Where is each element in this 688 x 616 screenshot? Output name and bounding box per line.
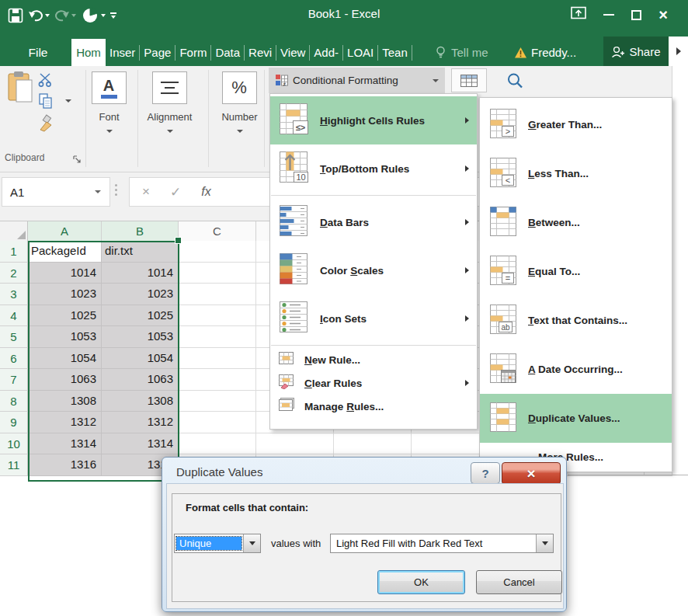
menu-item-icon-sets[interactable]: Icon Sets: [270, 294, 477, 343]
menu-item-manage-rules[interactable]: ManageRules...: [270, 395, 477, 418]
copy-dropdown-icon[interactable]: [65, 99, 71, 103]
cell[interactable]: 1053: [28, 326, 102, 348]
cell[interactable]: 1314: [28, 433, 102, 455]
cell[interactable]: 1054: [28, 348, 102, 370]
name-box-dropdown-icon[interactable]: [95, 190, 101, 193]
cell[interactable]: 1014: [102, 263, 179, 284]
menu-item-data-bars[interactable]: Data Bars: [270, 198, 477, 246]
submenu-item-less-than[interactable]: < Less Than...: [480, 149, 672, 198]
column-header[interactable]: A: [28, 221, 102, 241]
cell[interactable]: [256, 433, 334, 455]
cut-button[interactable]: [37, 72, 54, 91]
cell[interactable]: [179, 284, 256, 305]
row-header[interactable]: 9: [0, 412, 28, 433]
format-style-dropdown-button[interactable]: [536, 534, 553, 552]
cell[interactable]: [179, 412, 256, 433]
fill-handle[interactable]: [175, 237, 182, 244]
column-header[interactable]: B: [102, 221, 179, 241]
alignment-group-button[interactable]: [152, 71, 187, 104]
cell[interactable]: 1314: [102, 433, 179, 455]
cell[interactable]: [179, 369, 256, 391]
row-header[interactable]: 7: [0, 369, 28, 391]
rule-type-dropdown-button[interactable]: [243, 534, 260, 552]
tab-review[interactable]: Revi: [245, 46, 276, 59]
dialog-help-button[interactable]: ?: [471, 462, 500, 484]
font-dropdown-icon[interactable]: [106, 130, 113, 133]
row-header[interactable]: 2: [0, 263, 28, 284]
ok-button[interactable]: OK: [377, 570, 465, 594]
cancel-entry-icon[interactable]: ×: [142, 184, 150, 200]
close-button[interactable]: ×: [658, 7, 668, 23]
cell[interactable]: 1014: [28, 263, 102, 284]
name-box[interactable]: A1: [2, 177, 110, 207]
cell[interactable]: 1063: [28, 369, 102, 391]
submenu-item-equal-to[interactable]: = Equal To...: [480, 247, 672, 296]
find-button[interactable]: [495, 68, 535, 92]
cell[interactable]: [412, 433, 489, 455]
cell[interactable]: [179, 348, 256, 370]
alignment-dropdown-icon[interactable]: [167, 130, 173, 133]
dialog-close-button[interactable]: ×: [502, 462, 561, 485]
tab-home-active[interactable]: Hom: [71, 39, 106, 66]
submenu-item-duplicate-values[interactable]: Duplicate Values...: [480, 394, 672, 443]
tab-formulas[interactable]: Form: [175, 46, 210, 59]
menu-item-top-bottom-rules[interactable]: 10 Top/Bottom Rules: [270, 144, 477, 193]
tell-me-box[interactable]: Tell me: [435, 39, 488, 66]
row-header[interactable]: 4: [0, 305, 28, 327]
cell[interactable]: 1023: [28, 284, 102, 305]
copy-button[interactable]: [37, 92, 54, 113]
menu-item-new-rule[interactable]: New Rule...: [270, 348, 477, 371]
row-header[interactable]: 11: [0, 454, 28, 476]
cell[interactable]: 1308: [28, 391, 102, 412]
submenu-item-between[interactable]: Between...: [480, 198, 672, 247]
cell[interactable]: [179, 263, 256, 284]
select-all-corner[interactable]: [0, 221, 28, 241]
cell[interactable]: [179, 391, 256, 412]
cell[interactable]: 1308: [102, 391, 179, 412]
paste-button[interactable]: [6, 71, 34, 106]
cell[interactable]: [334, 433, 412, 455]
cell[interactable]: 1053: [102, 326, 179, 348]
submenu-item-a-date-occurring[interactable]: A Date Occurring...: [480, 345, 672, 394]
share-button[interactable]: Share: [603, 37, 669, 66]
ribbon-display-options-button[interactable]: [571, 6, 586, 23]
maximize-button[interactable]: [631, 10, 641, 20]
menu-item-clear-rules[interactable]: Clear Rules: [270, 371, 477, 395]
cell[interactable]: 1023: [102, 284, 179, 305]
tab-view[interactable]: View: [276, 46, 309, 59]
cell[interactable]: 1312: [102, 412, 179, 433]
tab-load[interactable]: LOAI: [343, 46, 377, 59]
format-style-combobox[interactable]: Light Red Fill with Dark Red Text: [330, 534, 554, 553]
cancel-button[interactable]: Cancel: [476, 570, 562, 594]
row-header[interactable]: 8: [0, 391, 28, 412]
row-header[interactable]: 10: [0, 433, 28, 455]
enter-entry-icon[interactable]: ✓: [170, 184, 181, 200]
cell[interactable]: [179, 305, 256, 327]
clipboard-dialog-launcher-icon[interactable]: [73, 153, 82, 167]
number-group-button[interactable]: %: [222, 71, 257, 104]
cell[interactable]: PackageId: [28, 241, 102, 263]
row-header[interactable]: 6: [0, 348, 28, 370]
menu-item-color-scales[interactable]: ColorScales: [270, 246, 477, 294]
submenu-item-greater-than[interactable]: > Greater Than...: [480, 100, 672, 149]
format-painter-button[interactable]: [37, 114, 56, 136]
cell[interactable]: 1316: [28, 454, 102, 476]
tab-addins[interactable]: Add-: [310, 46, 342, 59]
conditional-formatting-button[interactable]: ≠ Conditional Formatting: [269, 68, 445, 93]
tab-team[interactable]: Tean: [378, 46, 412, 59]
row-header[interactable]: 5: [0, 326, 28, 348]
cell[interactable]: 1025: [28, 305, 102, 327]
row-header[interactable]: 1: [0, 241, 28, 263]
tab-data[interactable]: Data: [211, 46, 244, 59]
row-header[interactable]: 3: [0, 284, 28, 305]
menu-item-highlight-cells-rules[interactable]: ≤> Highlight Cells Rules: [270, 96, 477, 144]
minimize-button[interactable]: [603, 14, 614, 16]
cell[interactable]: [179, 433, 256, 455]
tab-insert[interactable]: Inser: [106, 46, 139, 59]
format-as-table-button[interactable]: [451, 68, 487, 92]
cell[interactable]: 1312: [28, 412, 102, 433]
cell[interactable]: [179, 241, 256, 263]
font-group-button[interactable]: A: [92, 71, 127, 104]
tab-file[interactable]: File: [11, 39, 65, 66]
submenu-item-text-that-contains[interactable]: ab Text that Contains...: [480, 296, 672, 345]
